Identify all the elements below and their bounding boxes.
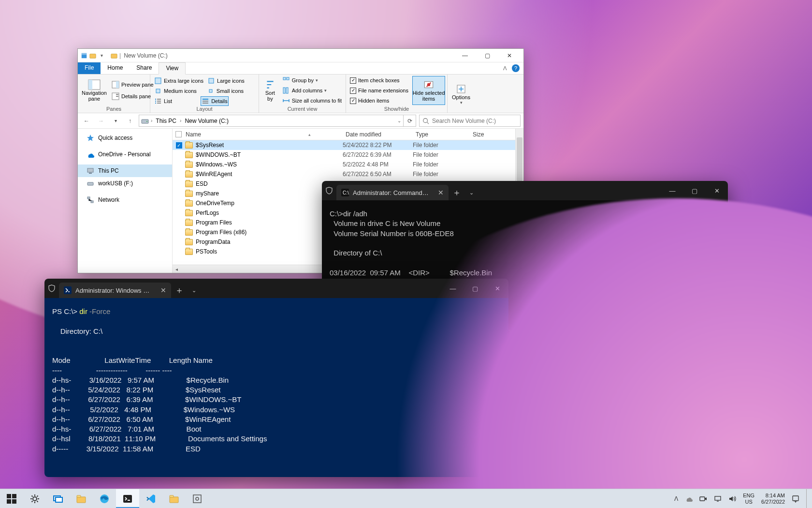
column-headers[interactable]: Name▴ Date modified Type Size bbox=[173, 129, 523, 140]
cmd-new-tab-button[interactable]: ＋ bbox=[449, 185, 465, 200]
taskbar-edge[interactable] bbox=[93, 489, 116, 508]
size-all-columns-button[interactable]: Size all columns to fit bbox=[281, 96, 343, 105]
minimize-button[interactable]: — bbox=[454, 49, 476, 62]
cmd-scrollbar[interactable] bbox=[723, 205, 726, 373]
tab-file[interactable]: File bbox=[78, 62, 101, 74]
file-row[interactable]: ✓ $Windows.~WS 5/2/2022 4:48 PMFile fold… bbox=[173, 160, 523, 169]
ribbon-collapse-icon[interactable]: ᐱ bbox=[503, 65, 507, 72]
cmd-minimize-button[interactable]: — bbox=[661, 181, 683, 200]
close-button[interactable]: ✕ bbox=[498, 49, 521, 62]
file-extensions-toggle[interactable]: ✓File name extensions bbox=[349, 86, 409, 95]
nav-onedrive[interactable]: OneDrive - Personal bbox=[78, 148, 172, 161]
navigation-pane-button[interactable]: Navigation pane bbox=[81, 76, 108, 105]
details-pane-button[interactable]: Details pane bbox=[111, 91, 155, 101]
group-by-button[interactable]: Group by ▾ bbox=[281, 76, 343, 85]
svg-text:C:\: C:\ bbox=[343, 190, 349, 195]
taskbar-vscode[interactable] bbox=[139, 489, 162, 508]
breadcrumb-thispc[interactable]: This PC bbox=[154, 117, 178, 125]
nav-forward-button[interactable]: → bbox=[95, 115, 107, 127]
nav-up-button[interactable]: ↑ bbox=[124, 115, 136, 127]
svg-rect-21 bbox=[203, 99, 208, 100]
item-check-boxes-toggle[interactable]: ✓Item check boxes bbox=[349, 76, 409, 85]
nav-this-pc[interactable]: This PC bbox=[78, 164, 172, 177]
add-columns-button[interactable]: Add columns ▾ bbox=[281, 86, 343, 95]
layout-list[interactable]: List bbox=[153, 96, 173, 106]
clock[interactable]: 8:14 AM6/27/2022 bbox=[761, 493, 785, 505]
taskbar-app[interactable] bbox=[186, 489, 209, 508]
svg-rect-57 bbox=[700, 497, 705, 501]
nav-quick-access[interactable]: Quick access bbox=[78, 132, 172, 144]
nav-workusb[interactable]: workUSB (F:) bbox=[78, 177, 172, 190]
ps-new-tab-button[interactable]: ＋ bbox=[171, 283, 188, 298]
cmd-close-button[interactable]: ✕ bbox=[706, 181, 728, 200]
col-date[interactable]: Date modified bbox=[343, 131, 413, 138]
taskbar-terminal[interactable] bbox=[116, 489, 139, 508]
col-name[interactable]: Name bbox=[186, 131, 201, 138]
search-input[interactable]: Search New Volume (C:) bbox=[419, 115, 521, 127]
col-type[interactable]: Type bbox=[413, 131, 470, 138]
taskbar-explorer-2[interactable] bbox=[162, 489, 186, 508]
sort-by-button[interactable]: Sort by bbox=[262, 76, 278, 105]
qat-dropdown-icon[interactable]: ▾ bbox=[98, 52, 105, 59]
layout-large[interactable]: Large icons bbox=[206, 76, 246, 86]
taskbar-explorer[interactable] bbox=[70, 489, 93, 508]
file-row[interactable]: ✓ $WINDOWS.~BT 6/27/2022 6:39 AMFile fol… bbox=[173, 150, 523, 160]
cmd-titlebar[interactable]: C:\ Administrator: Command Prompt ✕ ＋ ⌄ … bbox=[322, 181, 728, 200]
file-row[interactable]: ✓ $SysReset 5/24/2022 8:22 PMFile folder bbox=[173, 140, 523, 150]
maximize-button[interactable]: ▢ bbox=[476, 49, 498, 62]
ps-tab[interactable]: Administrator: Windows PowerShell ✕ bbox=[59, 283, 171, 298]
start-button[interactable] bbox=[0, 489, 23, 508]
group-currentview-label: Current view bbox=[262, 106, 343, 112]
tray-onedrive-icon[interactable] bbox=[685, 495, 693, 503]
preview-pane-button[interactable]: Preview pane bbox=[111, 80, 155, 90]
hidden-items-toggle[interactable]: ✓Hidden items bbox=[349, 96, 409, 105]
language-indicator[interactable]: ENGUS bbox=[743, 493, 754, 505]
tray-volume-icon[interactable] bbox=[728, 495, 736, 503]
explorer-titlebar[interactable]: ▾ | New Volume (C:) — ▢ ✕ bbox=[78, 49, 523, 62]
svg-rect-54 bbox=[170, 495, 174, 497]
breadcrumb-volume[interactable]: New Volume (C:) bbox=[183, 117, 230, 125]
ps-tab-dropdown-icon[interactable]: ⌄ bbox=[188, 283, 200, 298]
address-bar[interactable]: › This PC› New Volume (C:) ⌄ bbox=[139, 115, 404, 127]
svg-rect-2 bbox=[90, 54, 96, 58]
tab-home[interactable]: Home bbox=[101, 62, 130, 74]
ps-tab-close-icon[interactable]: ✕ bbox=[160, 286, 166, 294]
qat-properties-icon[interactable] bbox=[81, 52, 87, 59]
ps-minimize-button[interactable]: — bbox=[442, 279, 464, 298]
tab-view[interactable]: View bbox=[159, 62, 186, 75]
ps-output[interactable]: PS C:\> dir -Force Directory: C:\ Mode L… bbox=[44, 298, 508, 477]
settings-button[interactable] bbox=[23, 489, 46, 508]
layout-details[interactable]: Details bbox=[201, 96, 229, 106]
show-desktop-button[interactable] bbox=[806, 489, 809, 508]
cmd-tab-dropdown-icon[interactable]: ⌄ bbox=[465, 185, 478, 200]
tray-network-icon[interactable] bbox=[714, 495, 722, 503]
ps-maximize-button[interactable]: ▢ bbox=[464, 279, 486, 298]
tray-notifications-icon[interactable] bbox=[792, 495, 799, 503]
layout-medium[interactable]: Medium icons bbox=[153, 86, 198, 96]
tray-meet-now-icon[interactable] bbox=[699, 495, 707, 503]
layout-extra-large[interactable]: Extra large icons bbox=[153, 76, 204, 86]
svg-rect-20 bbox=[157, 103, 161, 104]
layout-small[interactable]: Small icons bbox=[206, 86, 245, 96]
help-icon[interactable]: ? bbox=[512, 64, 520, 72]
task-view-button[interactable] bbox=[46, 489, 70, 508]
refresh-button[interactable]: ⟳ bbox=[404, 115, 416, 127]
svg-rect-34 bbox=[87, 168, 93, 172]
ps-titlebar[interactable]: Administrator: Windows PowerShell ✕ ＋ ⌄ … bbox=[44, 279, 508, 298]
file-row[interactable]: ✓ $WinREAgent 6/27/2022 6:50 AMFile fold… bbox=[173, 169, 523, 179]
nav-history-button[interactable]: ▾ bbox=[110, 115, 121, 127]
nav-back-button[interactable]: ← bbox=[81, 115, 92, 127]
qat-new-folder-icon[interactable] bbox=[89, 52, 96, 59]
hide-selected-button[interactable]: Hide selected items bbox=[412, 76, 445, 105]
tab-share[interactable]: Share bbox=[130, 62, 159, 74]
options-button[interactable]: Options▾ bbox=[450, 76, 472, 113]
cmd-tab[interactable]: C:\ Administrator: Command Prompt ✕ bbox=[336, 185, 449, 200]
cmd-maximize-button[interactable]: ▢ bbox=[683, 181, 706, 200]
folder-icon bbox=[185, 142, 193, 149]
cmd-tab-close-icon[interactable]: ✕ bbox=[438, 189, 444, 196]
svg-rect-7 bbox=[116, 81, 119, 88]
tray-chevron-icon[interactable]: ᐱ bbox=[674, 495, 678, 502]
nav-network[interactable]: Network bbox=[78, 194, 172, 206]
ps-close-button[interactable]: ✕ bbox=[486, 279, 508, 298]
powershell-icon bbox=[64, 286, 72, 294]
